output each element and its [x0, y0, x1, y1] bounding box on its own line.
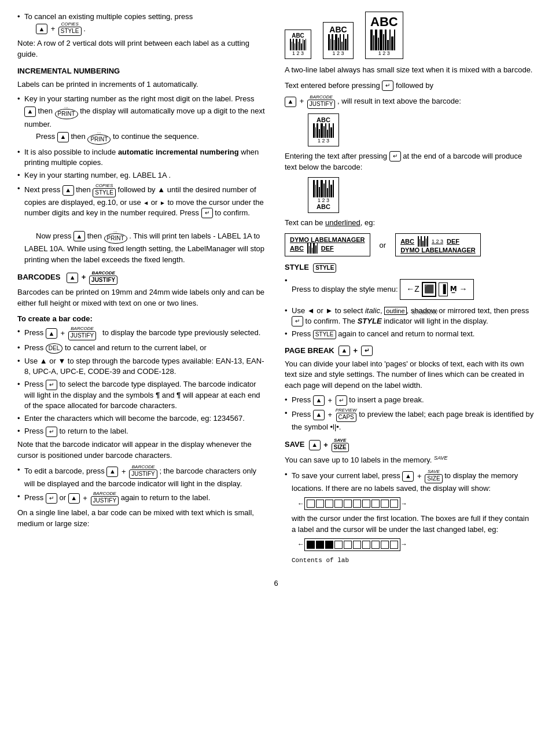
barcode-bars-small: [290, 39, 306, 50]
tri-key-bc1: ▲: [46, 328, 57, 339]
del-key: DEL: [46, 343, 62, 354]
bar: [341, 42, 343, 50]
plus-edit: +: [122, 467, 126, 476]
cancel-copies-text: To cancel an existing multiple copies se…: [24, 12, 193, 21]
bar: [330, 185, 332, 197]
bar: [295, 43, 295, 50]
bar: [327, 130, 328, 138]
style-item-3: Press STYLE again to cancel and return t…: [285, 329, 535, 339]
bar: [427, 236, 428, 247]
mem-box-e4: [334, 500, 343, 508]
bar: [370, 30, 373, 50]
abc-above-text: ABC: [313, 116, 334, 123]
enter-key-style: ↵: [292, 316, 303, 326]
enter-key-ret: ↵: [46, 493, 57, 504]
edit-bc-item-1: To edit a barcode, press ▲ + BARCODE JUS…: [17, 465, 267, 489]
plus-pb2: +: [327, 410, 332, 419]
barcode-key-wrapper-edit: BARCODE JUSTIFY: [129, 465, 157, 479]
dymo-label-underline: DYMO LABELMANAGER: [290, 236, 365, 243]
bar: [345, 39, 347, 50]
barcode-label-tbbc: BARCODE: [310, 95, 333, 100]
tri-key-1: ▲: [24, 107, 36, 117]
bar: [422, 241, 424, 247]
bar: [315, 245, 317, 254]
bar: [385, 30, 387, 50]
mem-left-arrow-2: ←: [297, 540, 304, 549]
text-after-barcode-desc: Entering the text after pressing ↵ at th…: [285, 151, 535, 173]
mem-box-e7: [362, 500, 370, 508]
style-key-2: STYLE: [93, 188, 116, 197]
bar: [380, 30, 382, 50]
cancel-copies-list: To cancel an existing multiple copies se…: [17, 12, 267, 36]
print-super-1: ...: [64, 104, 68, 109]
bar: [378, 38, 379, 50]
justify-key-1: JUSTIFY: [68, 331, 97, 340]
dymo-label-underline-2: DYMO LABELMANAGER: [400, 247, 476, 254]
tri-key-pb1: ▲: [313, 395, 325, 406]
outline-option: outline: [384, 307, 406, 315]
italic-option: italic: [365, 306, 380, 315]
bar: [317, 123, 318, 138]
bar: [307, 243, 308, 254]
bar: [329, 123, 330, 138]
cursor-right: →: [459, 284, 468, 295]
bar: [391, 36, 393, 50]
abc-ul2: ABC: [400, 238, 414, 245]
print-super-2: ...: [97, 130, 101, 134]
note-cutting: Note: A row of 2 vertical dots will prin…: [17, 38, 267, 60]
mem-boxes-empty: [304, 497, 400, 510]
left-column: To cancel an existing multiple copies se…: [17, 12, 267, 567]
contents-of-lab: Contents of lab: [292, 557, 349, 564]
triangle-key: ▲: [36, 24, 47, 34]
mem-box-e8: [371, 500, 380, 508]
justify-key-ret: JUSTIFY: [91, 496, 119, 505]
page-break-list: Press ▲ + ↵ to insert a page break. Pres…: [285, 395, 535, 432]
plus-bc: +: [82, 273, 86, 281]
bar: [321, 180, 323, 197]
para-sym-2: ¶: [176, 391, 181, 399]
top-label-examples: ABC 1 2 3 ABC: [285, 12, 535, 59]
preview-key-wrapper: PREVIEW CAPS: [336, 408, 357, 422]
inc-item-2: It is also possible to include automatic…: [17, 147, 267, 168]
tri-key-edit: ▲: [106, 467, 118, 477]
justify-key-wrapper-tbbc: BARCODE JUSTIFY: [307, 95, 336, 109]
plus-tbbc: +: [300, 97, 304, 105]
bc-item-6: Press ↵ to return to the label.: [17, 426, 267, 437]
style-opt-1: ⬛: [422, 282, 436, 297]
mem-box-f9: [381, 541, 389, 549]
def-ul: DEF: [321, 245, 334, 252]
style-bold: STYLE: [358, 317, 382, 325]
underline-box-1: DYMO LABELMANAGER ABC DEF: [285, 233, 370, 256]
bar: [292, 42, 292, 50]
bc-below-diagram: 1 2 3 ABC: [308, 177, 535, 213]
mem-box-e3: [325, 500, 333, 508]
arrow-left-icon: [143, 198, 149, 207]
bar: [325, 180, 326, 197]
shadow-option: shadow: [411, 306, 437, 315]
barcode-list: Press ▲ + BARCODE JUSTIFY to display the…: [17, 326, 267, 437]
abc-ul: ABC: [290, 245, 304, 252]
plus-pb: +: [354, 346, 358, 355]
bc-item-3: Use ▲ or ▼ to step through the barcode t…: [17, 356, 267, 377]
bar: [332, 34, 333, 50]
page-break-desc: You can divide your label into 'pages' o…: [285, 359, 535, 392]
style-item-2: Use ◄ or ► to select italic, outline, sh…: [285, 306, 535, 327]
barcodes-title: BARCODES ▲ + BARCODE JUSTIFY: [17, 271, 267, 285]
edit-barcode-list: To edit a barcode, press ▲ + BARCODE JUS…: [17, 465, 267, 505]
save-label: SAVE: [334, 438, 346, 443]
plus-save1: +: [417, 472, 422, 480]
print-super-3: ...: [113, 229, 117, 233]
save-list: To save your current label, press ▲ + SA…: [285, 469, 535, 565]
bar: [319, 187, 320, 197]
barcode-num-medium: 1 2 3: [328, 50, 348, 56]
style-title: STYLE STYLE: [285, 262, 535, 273]
barcode-key-wrapper-1: BARCODE JUSTIFY: [68, 326, 97, 340]
bar: [343, 34, 344, 50]
bar: [383, 34, 384, 50]
abc-above-barcode-diagram: ABC 1 2 3: [308, 113, 535, 146]
save-title: SAVE ▲ + SAVE SIZE: [285, 438, 535, 452]
bc-bars-below: [313, 180, 334, 197]
bar: [319, 129, 320, 138]
copies-label: COPIES: [61, 22, 79, 27]
bar: [303, 39, 303, 50]
